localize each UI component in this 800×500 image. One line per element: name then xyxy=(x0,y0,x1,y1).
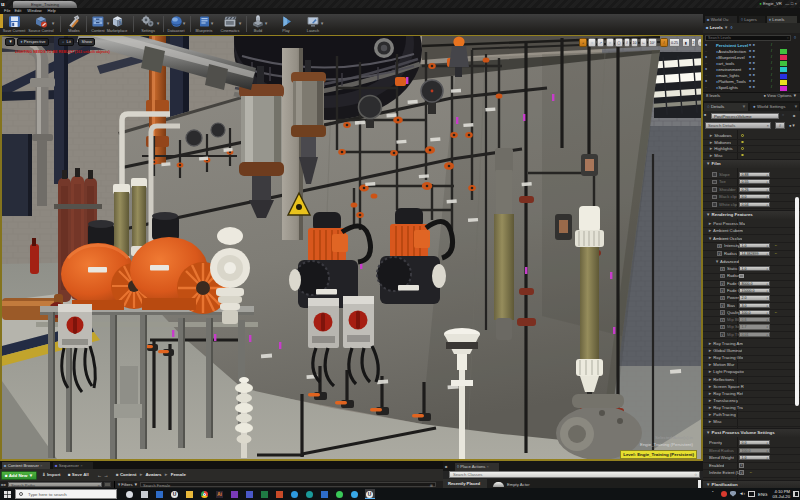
svg-text:M: M xyxy=(119,20,123,26)
